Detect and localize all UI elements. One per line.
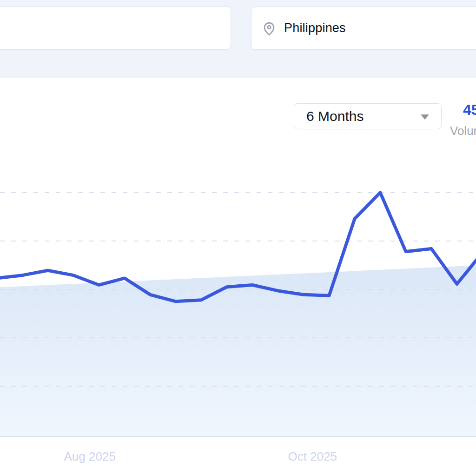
map-pin-icon	[262, 20, 277, 37]
location-value: Philippines	[284, 21, 346, 35]
trend-chart-svg	[0, 78, 476, 469]
header-band: Philippines	[0, 0, 476, 78]
keyword-input[interactable]	[0, 7, 231, 49]
keyword-input-card[interactable]	[0, 7, 231, 50]
location-selector[interactable]: Philippines	[251, 7, 476, 50]
trend-area-fill	[0, 265, 476, 436]
x-axis-label: Aug 2025	[64, 449, 116, 464]
trend-chart: Aug 2025Oct 2025	[0, 78, 476, 469]
x-axis-label: Oct 2025	[288, 449, 337, 464]
